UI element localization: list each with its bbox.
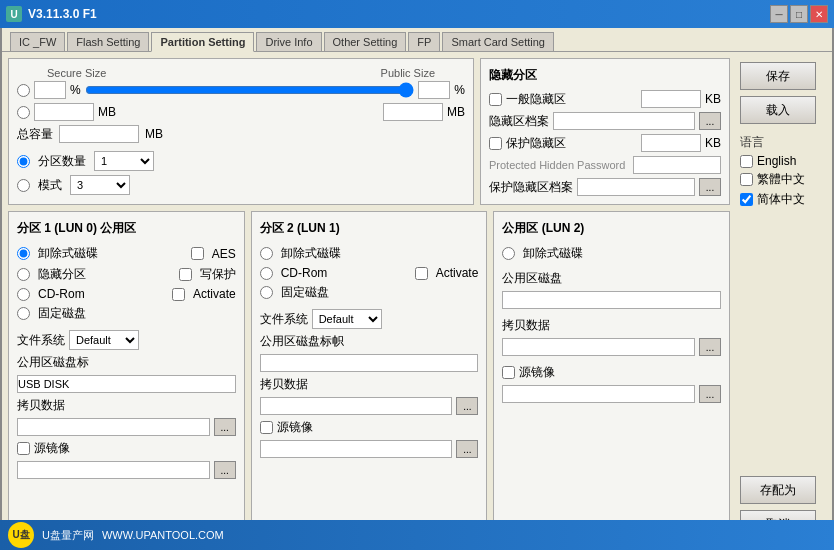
protected-file-input[interactable] [577,178,695,196]
tab-drive-info[interactable]: Drive Info [256,32,321,51]
lun0-aes-label: AES [212,247,236,261]
general-hidden-kb-unit: KB [705,92,721,106]
lun1-cdrom-radio[interactable] [260,267,273,280]
secure-percent-input[interactable] [34,81,66,99]
tab-flash-setting[interactable]: Flash Setting [67,32,149,51]
title-bar: U V3.11.3.0 F1 ─ □ ✕ [0,0,834,28]
lun1-fixed-radio[interactable] [260,286,273,299]
lun0-source-checkbox[interactable] [17,442,30,455]
save-as-button[interactable]: 存配为 [740,476,816,504]
lun1-disk-label-input-row [260,354,479,372]
lun0-disk-label-input[interactable] [17,375,236,393]
lun2-source-checkbox[interactable] [502,366,515,379]
lun1-source-browse-btn[interactable]: ... [456,440,478,458]
lun0-disk-label-input-row [17,375,236,393]
lun0-fixed-radio[interactable] [17,307,30,320]
english-checkbox[interactable] [740,155,753,168]
lun2-removable-radio[interactable] [502,247,515,260]
general-hidden-kb-input[interactable] [641,90,701,108]
protected-hidden-checkbox[interactable] [489,137,502,150]
size-radio-1[interactable] [17,84,30,97]
lun1-activate-checkbox[interactable] [415,267,428,280]
public-mb-input[interactable] [383,103,443,121]
lun2-source-input[interactable] [502,385,695,403]
lun0-aes-checkbox[interactable] [191,247,204,260]
lun1-copy-input[interactable] [260,397,453,415]
size-radio-2[interactable] [17,106,30,119]
protected-password-input[interactable] [633,156,721,174]
hidden-file-input[interactable] [553,112,695,130]
tab-ic-fw[interactable]: IC _FW [10,32,65,51]
tab-other-setting[interactable]: Other Setting [324,32,407,51]
lun2-source-browse-btn[interactable]: ... [699,385,721,403]
close-button[interactable]: ✕ [810,5,828,23]
tab-smart-card-setting[interactable]: Smart Card Setting [442,32,554,51]
lun2-disk-label-row: 公用区磁盘 [502,270,721,287]
lun2-source-row: 源镜像 [502,364,721,381]
lun1-source-checkbox[interactable] [260,421,273,434]
protected-hidden-kb-input[interactable] [641,134,701,152]
watermark-site2: WWW.UPANTOOL.COM [102,529,224,541]
lun0-hidden-radio[interactable] [17,268,30,281]
lun0-source-input[interactable] [17,461,210,479]
app-title: V3.11.3.0 F1 [28,7,97,21]
partition-count-row: 分区数量 1 2 3 [17,151,465,171]
public-percent-input[interactable] [418,81,450,99]
size-header: Secure Size Public Size [17,67,465,79]
lun2-disk-label-input[interactable] [502,291,721,309]
percent-unit-2: % [454,83,465,97]
lun1-disk-label-input[interactable] [260,354,479,372]
lun2-copy-input[interactable] [502,338,695,356]
lun0-removable-radio[interactable] [17,247,30,260]
lun0-write-protect-checkbox[interactable] [179,268,192,281]
partition-count-select[interactable]: 1 2 3 [94,151,154,171]
secure-mb-input[interactable] [34,103,94,121]
lang-label: 语言 [740,134,822,151]
lun0-write-protect-label: 写保护 [200,266,236,283]
mode-radio[interactable] [17,179,30,192]
lun1-removable-label: 卸除式磁碟 [281,245,341,262]
partition-count-radio[interactable] [17,155,30,168]
tab-partition-setting[interactable]: Partition Setting [151,32,254,52]
lun1-fs-select[interactable]: Default FAT FAT32 [312,309,382,329]
lun0-copy-row: 拷贝数据 [17,397,236,414]
simplified-chinese-checkbox[interactable] [740,193,753,206]
lun1-source-input[interactable] [260,440,453,458]
lun0-disk-label-text: 公用区磁盘标 [17,355,89,369]
lun2-copy-label: 拷贝数据 [502,318,550,332]
capacity-unit: MB [145,127,163,141]
lun0-fixed-row: 固定磁盘 [17,305,236,322]
tab-fp[interactable]: FP [408,32,440,51]
save-button[interactable]: 保存 [740,62,816,90]
lun1-removable-radio[interactable] [260,247,273,260]
main-window: IC _FW Flash Setting Partition Setting D… [0,28,834,550]
watermark-bar: U盘 U盘量产网 WWW.UPANTOOL.COM [0,520,834,550]
general-hidden-row: 一般隐藏区 KB [489,90,721,108]
size-slider[interactable] [85,83,415,97]
lun0-cdrom-radio[interactable] [17,288,30,301]
mode-select-input[interactable]: 3 1 2 [70,175,130,195]
lun1-fixed-row: 固定磁盘 [260,284,479,301]
general-hidden-checkbox[interactable] [489,93,502,106]
lun1-copy-browse-btn[interactable]: ... [456,397,478,415]
lun2-title: 公用区 (LUN 2) [502,220,721,237]
lun0-activate-checkbox[interactable] [172,288,185,301]
protected-password-row: Protected Hidden Password [489,156,721,174]
lun2-removable-row: 卸除式磁碟 [502,245,721,262]
protected-file-browse-btn[interactable]: ... [699,178,721,196]
lun0-copy-browse-btn[interactable]: ... [214,418,236,436]
lun0-source-label: 源镜像 [34,440,70,457]
hidden-file-browse-btn[interactable]: ... [699,112,721,130]
language-section: 语言 English 繁體中文 简体中文 [740,134,822,208]
lun0-copy-input[interactable] [17,418,210,436]
capacity-input[interactable] [59,125,139,143]
lun0-source-browse-btn[interactable]: ... [214,461,236,479]
traditional-chinese-checkbox[interactable] [740,173,753,186]
maximize-button[interactable]: □ [790,5,808,23]
minimize-button[interactable]: ─ [770,5,788,23]
lun2-copy-browse-btn[interactable]: ... [699,338,721,356]
load-button[interactable]: 载入 [740,96,816,124]
mode-label: 模式 [38,177,62,194]
lun0-fs-select[interactable]: Default FAT FAT32 [69,330,139,350]
content-area: Secure Size Public Size % % [2,52,832,548]
